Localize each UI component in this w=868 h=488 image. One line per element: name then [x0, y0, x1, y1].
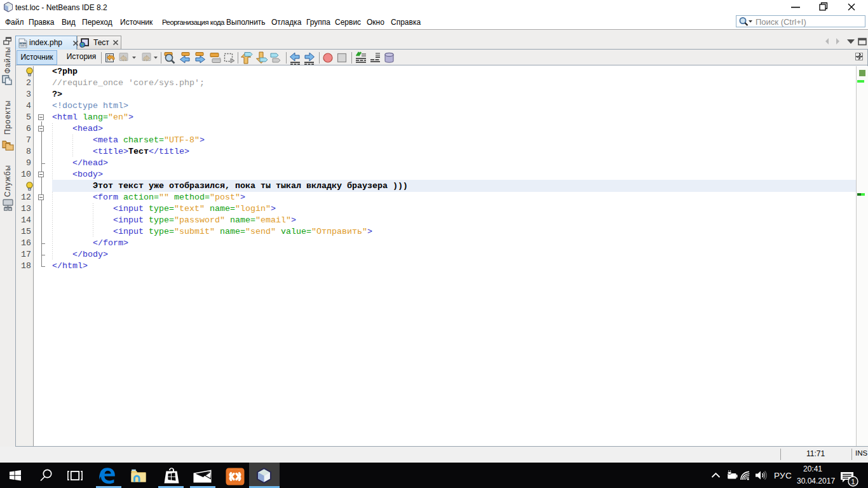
svg-text:1: 1: [851, 478, 855, 485]
svg-text:php: php: [20, 43, 27, 46]
